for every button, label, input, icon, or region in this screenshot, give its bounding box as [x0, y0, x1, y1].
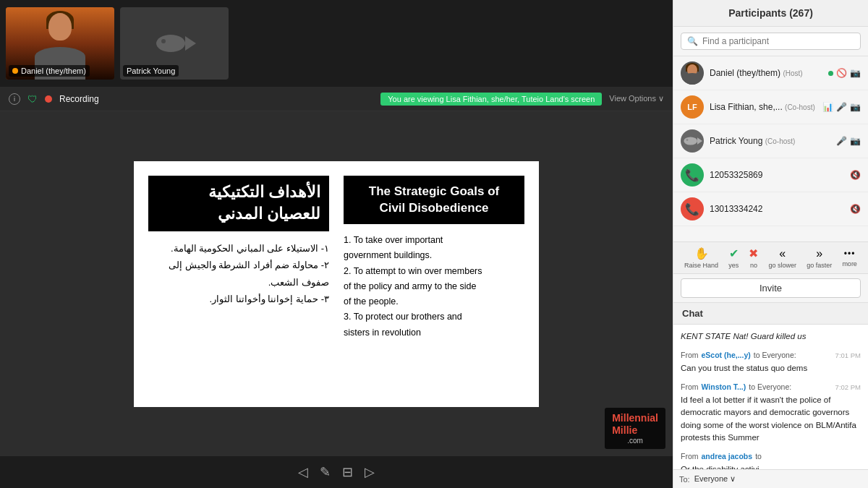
participant-name-patrick: Patrick Young (Co-host): [710, 136, 830, 146]
chat-header: Chat: [673, 303, 868, 325]
recording-label: Recording: [59, 94, 99, 104]
mute-icon-daniel: 🚫: [836, 68, 847, 78]
to-label-4: to: [755, 451, 762, 463]
next-button[interactable]: ▷: [365, 464, 375, 480]
sender-3: Winston T...): [702, 382, 746, 393]
participant-icons-phone2: 🔇: [850, 204, 861, 214]
time-3: 7:02 PM: [835, 382, 861, 393]
avatar-patrick: [681, 129, 704, 153]
msg-header-2: From eScot (he,...y) to Everyone: 7:01 P…: [681, 350, 861, 361]
participant-info-phone1: 12053325869: [710, 170, 844, 180]
participant-icons-daniel: 🚫 📷: [828, 68, 861, 78]
thumbnail-daniel: Daniel (they/them): [6, 7, 114, 80]
from-label-2: From: [681, 350, 699, 361]
from-label-3: From: [681, 382, 699, 393]
video-area: Daniel (they/them) Patrick Young i 🛡 Rec…: [0, 0, 673, 488]
english-body: 1. To take over important government bui…: [344, 233, 524, 341]
no-icon: ✖: [749, 247, 758, 260]
chat-message-3: From Winston T...) to Everyone: 7:02 PM …: [681, 382, 861, 444]
slide-content: الأهداف التكتيكية للعصيان المدني ١- الاس…: [134, 161, 539, 407]
reaction-go-faster[interactable]: » go faster: [807, 247, 832, 269]
svg-point-3: [684, 137, 697, 145]
sender-2: eScot (he,...y): [702, 350, 751, 361]
watermark-sub: .com: [612, 437, 658, 445]
avatar-phone1: 📞: [681, 163, 704, 187]
participant-item-daniel: Daniel (they/them) (Host) 🚫 📷: [673, 56, 868, 90]
participant-item-phone1: 📞 12053325869 🔇: [673, 158, 868, 192]
reaction-go-slower[interactable]: « go slower: [769, 247, 797, 269]
chat-input-bar: To: Everyone ∨: [673, 469, 868, 488]
reaction-raise-hand[interactable]: ✋ Raise Hand: [684, 247, 718, 269]
avatar-daniel: [681, 61, 704, 85]
chat-section: Chat KENT STATE Nat! Guard killed us Fro…: [673, 303, 868, 488]
time-2: 7:01 PM: [835, 351, 861, 361]
from-label-4: From: [681, 451, 699, 463]
participants-header: Participants (267): [673, 0, 868, 27]
shield-icon: 🛡: [27, 93, 38, 105]
participant-icons-phone1: 🔇: [850, 170, 861, 180]
search-bar: 🔍: [673, 27, 868, 56]
svg-point-2: [161, 39, 166, 43]
svg-marker-4: [697, 137, 702, 144]
slide-left: الأهداف التكتيكية للعصيان المدني ١- الاس…: [148, 176, 329, 393]
svg-point-0: [156, 35, 185, 52]
avatar-lisa: LF: [681, 95, 704, 119]
watermark: Millennial Millie .com: [605, 408, 665, 449]
search-input-wrapper[interactable]: 🔍: [681, 33, 861, 50]
watermark-text: Millennial Millie: [612, 412, 658, 437]
mute-icon-phone2: 🔇: [850, 204, 861, 214]
active-dot-daniel: [828, 71, 833, 76]
english-title: The Strategic Goals of Civil Disobedienc…: [344, 176, 524, 225]
chat-title: Chat: [682, 308, 703, 319]
participant-info-lisa: Lisa Fithian, she,... (Co-host): [710, 102, 817, 112]
go-slower-icon: «: [779, 247, 786, 260]
info-icon[interactable]: i: [9, 93, 20, 105]
video-icon-patrick: 📷: [850, 136, 861, 146]
reaction-no[interactable]: ✖ no: [749, 247, 758, 269]
chat-message-2: From eScot (he,...y) to Everyone: 7:01 P…: [681, 350, 861, 374]
invite-button[interactable]: Invite: [681, 278, 861, 298]
chat-to-select[interactable]: Everyone ∨: [694, 474, 736, 484]
reaction-yes[interactable]: ✔ yes: [728, 247, 739, 269]
view-options-button[interactable]: View Options ∨: [609, 94, 664, 103]
svg-point-5: [686, 139, 689, 141]
participants-title: Participants (267): [728, 7, 813, 19]
participant-info-phone2: 13013334242: [710, 204, 844, 214]
reactions-bar: ✋ Raise Hand ✔ yes ✖ no « go slower » go…: [673, 241, 868, 274]
participant-item-lisa: LF Lisa Fithian, she,... (Co-host) 📊 🎤 📷: [673, 90, 868, 124]
slide-area: الأهداف التكتيكية للعصيان المدني ١- الاس…: [0, 111, 673, 456]
prev-button[interactable]: ◁: [298, 464, 308, 480]
viewing-banner: You are viewing Lisa Fithian, she/her, T…: [380, 93, 602, 106]
msg-body-1: KENT STATE Nat! Guard killed us: [681, 330, 861, 343]
msg-body-4: Or the disability activi...: [681, 463, 861, 469]
mute-icon-patrick: 🎤: [836, 136, 847, 146]
mute-icon-phone1: 🔇: [850, 170, 861, 180]
reaction-more[interactable]: ••• more: [842, 249, 857, 267]
more-icon: •••: [844, 249, 856, 259]
chat-to-label: To:: [679, 475, 690, 484]
participant-name-phone1: 12053325869: [710, 170, 844, 180]
participant-item-phone2: 📞 13013334242 🔇: [673, 192, 868, 226]
top-bar: Daniel (they/them) Patrick Young: [0, 0, 673, 87]
participant-name-phone2: 13013334242: [710, 204, 844, 214]
go-faster-icon: »: [816, 247, 822, 260]
search-input[interactable]: [702, 36, 854, 46]
to-label-2: to Everyone:: [754, 350, 796, 361]
screen-button[interactable]: ⊟: [342, 464, 353, 480]
annotate-button[interactable]: ✎: [320, 464, 331, 480]
participant-icons-lisa: 📊 🎤 📷: [822, 102, 861, 112]
participant-name-daniel: Daniel (they/them) (Host): [710, 68, 822, 78]
invite-section: Invite: [673, 274, 868, 303]
bottom-controls: ◁ ✎ ⊟ ▷: [0, 456, 673, 488]
mute-icon-lisa: 🎤: [836, 102, 847, 112]
arabic-body: ١- الاستيلاء على المباني الحكومية الهامة…: [148, 240, 329, 308]
share-icon-lisa: 📊: [822, 102, 833, 112]
participant-info-patrick: Patrick Young (Co-host): [710, 136, 830, 146]
svg-marker-1: [185, 36, 196, 51]
thumbnail-patrick: Patrick Young: [120, 7, 229, 80]
chat-messages: KENT STATE Nat! Guard killed us From eSc…: [673, 325, 868, 469]
recording-dot: [45, 95, 52, 103]
search-icon: 🔍: [687, 36, 698, 46]
participant-icons-patrick: 🎤 📷: [836, 136, 861, 146]
patrick-name-tag: Patrick Young: [123, 65, 179, 77]
